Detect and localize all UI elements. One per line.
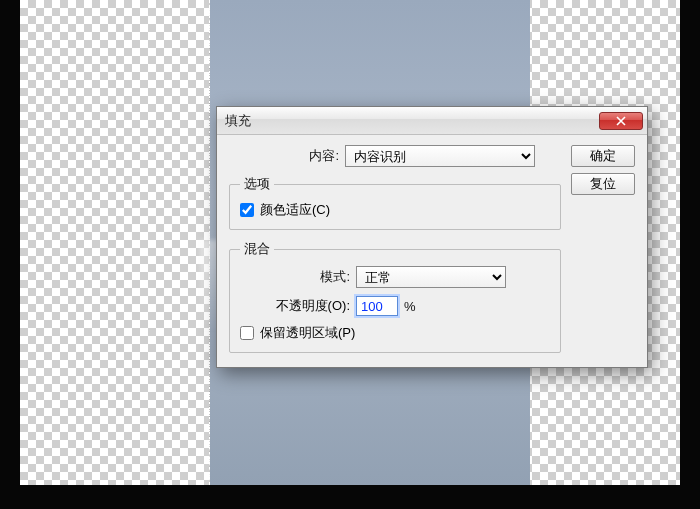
- mode-row: 模式: 正常: [240, 266, 550, 288]
- mode-dropdown[interactable]: 正常: [356, 266, 506, 288]
- preserve-label: 保留透明区域(P): [260, 324, 355, 342]
- workspace: 填充 内容: 内容识别 选项 颜色适应(: [0, 0, 700, 509]
- dialog-body: 内容: 内容识别 选项 颜色适应(C) 混合 模式:: [217, 135, 647, 367]
- color-adapt-input[interactable]: [240, 203, 254, 217]
- close-icon: [615, 116, 627, 126]
- mode-label: 模式:: [240, 268, 350, 286]
- content-label: 内容:: [229, 147, 339, 165]
- main-column: 内容: 内容识别 选项 颜色适应(C) 混合 模式:: [229, 145, 561, 353]
- content-dropdown[interactable]: 内容识别: [345, 145, 535, 167]
- opacity-label: 不透明度(O):: [240, 297, 350, 315]
- preserve-transparency-checkbox[interactable]: 保留透明区域(P): [240, 324, 550, 342]
- options-group: 选项 颜色适应(C): [229, 175, 561, 230]
- content-row: 内容: 内容识别: [229, 145, 561, 167]
- fill-dialog: 填充 内容: 内容识别 选项 颜色适应(: [216, 106, 648, 368]
- percent-label: %: [404, 299, 416, 314]
- color-adapt-label: 颜色适应(C): [260, 201, 330, 219]
- ok-button[interactable]: 确定: [571, 145, 635, 167]
- titlebar[interactable]: 填充: [217, 107, 647, 135]
- opacity-row: 不透明度(O): %: [240, 296, 550, 316]
- preserve-input[interactable]: [240, 326, 254, 340]
- reset-button[interactable]: 复位: [571, 173, 635, 195]
- dialog-title: 填充: [225, 112, 599, 130]
- color-adapt-checkbox[interactable]: 颜色适应(C): [240, 201, 550, 219]
- selection-edge: [209, 0, 210, 485]
- close-button[interactable]: [599, 112, 643, 130]
- side-column: 确定 复位: [571, 145, 635, 353]
- blend-group: 混合 模式: 正常 不透明度(O): % 保留透明区域(: [229, 240, 561, 353]
- opacity-input[interactable]: [356, 296, 398, 316]
- blend-legend: 混合: [240, 240, 274, 258]
- options-legend: 选项: [240, 175, 274, 193]
